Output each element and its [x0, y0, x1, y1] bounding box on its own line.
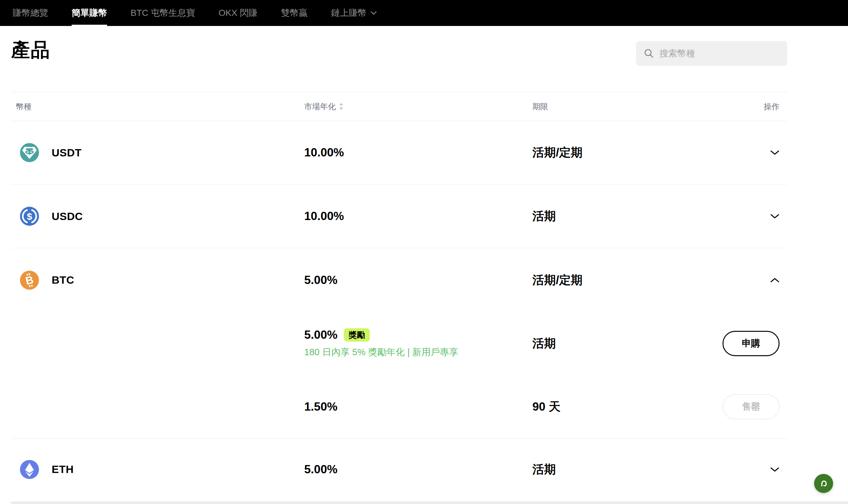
- sub-term-value: 活期: [532, 336, 556, 352]
- sub-apy-value: 5.00%: [304, 328, 338, 342]
- nav-item-earn-overview[interactable]: 賺幣總覽: [13, 0, 48, 26]
- column-header-action: 操作: [764, 101, 780, 112]
- coin-name: BTC: [52, 274, 74, 286]
- promo-text: 180 日內享 5% 獎勵年化 | 新用戶專享: [304, 346, 532, 359]
- chevron-up-icon[interactable]: [770, 277, 780, 283]
- sold-out-button: 售罄: [723, 394, 780, 419]
- column-header-apy[interactable]: 市場年化: [304, 101, 532, 112]
- table-row-usdc[interactable]: $ USDC 10.00% 活期: [11, 184, 787, 248]
- nav-item-btc-hodl[interactable]: BTC 屯幣生息寶: [131, 0, 195, 26]
- coin-name: USDT: [52, 147, 82, 159]
- footer-divider: [11, 502, 848, 504]
- btc-expanded-section: B BTC 5.00% 活期/定期: [11, 248, 787, 439]
- btc-sub-row-flexible: 5.00% 獎勵 180 日內享 5% 獎勵年化 | 新用戶專享 活期 申購: [11, 312, 787, 375]
- search-icon: [644, 48, 654, 59]
- reward-badge: 獎勵: [344, 328, 370, 342]
- chevron-down-icon[interactable]: [770, 213, 780, 219]
- nav-label: 雙幣贏: [281, 7, 308, 19]
- term-value: 活期: [532, 208, 556, 224]
- table-row-usdt[interactable]: USDT 10.00% 活期/定期: [11, 121, 787, 184]
- column-header-apy-label: 市場年化: [304, 101, 336, 112]
- term-value: 活期: [532, 462, 556, 478]
- nav-item-okx-flash[interactable]: OKX 閃賺: [219, 0, 258, 26]
- nav-label: OKX 閃賺: [219, 7, 258, 19]
- table-row-eth[interactable]: ETH 5.00% 活期: [11, 439, 787, 500]
- apy-value: 5.00%: [304, 273, 532, 287]
- chevron-down-icon[interactable]: [770, 467, 780, 472]
- table-header-row: 幣種 市場年化 期限 操作: [11, 92, 787, 121]
- support-chat-button[interactable]: [814, 474, 833, 493]
- btc-sub-row-fixed-90d: 1.50% 90 天 售罄: [11, 375, 787, 438]
- sort-icon[interactable]: [339, 103, 344, 110]
- coin-name: ETH: [52, 463, 74, 475]
- nav-label: 簡單賺幣: [72, 7, 107, 19]
- subscribe-button[interactable]: 申購: [723, 331, 780, 356]
- nav-label: 賺幣總覽: [13, 7, 48, 19]
- bitcoin-icon: B: [20, 271, 39, 290]
- chevron-down-icon: [370, 11, 377, 15]
- apy-value: 5.00%: [304, 463, 532, 476]
- coin-name: USDC: [52, 210, 83, 222]
- term-value: 活期/定期: [532, 145, 583, 161]
- term-value: 活期/定期: [532, 272, 583, 288]
- nav-item-dual-win[interactable]: 雙幣贏: [281, 0, 308, 26]
- usdc-icon: $: [20, 207, 39, 226]
- nav-item-simple-earn[interactable]: 簡單賺幣: [72, 0, 107, 26]
- sub-apy-value: 1.50%: [304, 400, 532, 413]
- table-row-btc[interactable]: B BTC 5.00% 活期/定期: [11, 248, 787, 312]
- nav-label: 鏈上賺幣: [331, 7, 367, 19]
- sub-term-value: 90 天: [532, 399, 560, 415]
- column-header-term: 期限: [532, 101, 548, 112]
- svg-text:B: B: [24, 273, 35, 287]
- nav-item-onchain-earn[interactable]: 鏈上賺幣: [331, 0, 377, 26]
- page-header: 產品: [11, 26, 787, 92]
- page-title: 產品: [11, 37, 50, 63]
- earn-top-nav: 賺幣總覽 簡單賺幣 BTC 屯幣生息寶 OKX 閃賺 雙幣贏 鏈上賺幣: [0, 0, 848, 26]
- column-header-coin: 幣種: [11, 101, 304, 112]
- ethereum-icon: [20, 460, 39, 479]
- apy-value: 10.00%: [304, 146, 532, 159]
- nav-label: BTC 屯幣生息寶: [131, 7, 195, 19]
- chevron-down-icon[interactable]: [770, 150, 780, 156]
- tether-icon: [20, 143, 39, 162]
- search-box[interactable]: [636, 41, 787, 66]
- search-input[interactable]: [659, 49, 781, 58]
- apy-value: 10.00%: [304, 210, 532, 223]
- headset-icon: [818, 478, 829, 489]
- svg-text:$: $: [27, 211, 32, 222]
